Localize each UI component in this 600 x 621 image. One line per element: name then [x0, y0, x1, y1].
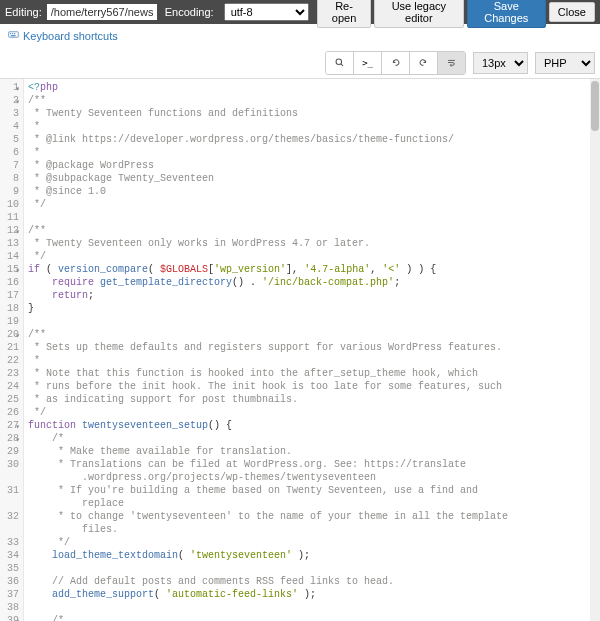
keyboard-shortcuts-label: Keyboard shortcuts [23, 30, 118, 42]
line-number: 28▾ [2, 432, 19, 445]
undo-button[interactable] [382, 52, 410, 74]
vertical-scrollbar[interactable] [590, 79, 600, 621]
code-line[interactable]: */ [28, 250, 596, 263]
line-number: 38 [2, 601, 19, 614]
svg-rect-2 [12, 33, 13, 34]
terminal-button[interactable]: >_ [354, 52, 382, 74]
search-icon [334, 57, 345, 70]
line-number: 18 [2, 302, 19, 315]
search-button[interactable] [326, 52, 354, 74]
code-line[interactable]: files. [28, 523, 596, 536]
line-number: 1▾ [2, 81, 19, 94]
code-line[interactable]: return; [28, 289, 596, 302]
code-line[interactable]: function twentyseventeen_setup() { [28, 419, 596, 432]
code-line[interactable]: load_theme_textdomain( 'twentyseventeen'… [28, 549, 596, 562]
code-line[interactable]: */ [28, 536, 596, 549]
line-number: 22 [2, 354, 19, 367]
code-line[interactable]: * to change 'twentyseventeen' to the nam… [28, 510, 596, 523]
code-line[interactable]: * runs before the init hook. The init ho… [28, 380, 596, 393]
code-line[interactable]: require get_template_directory() . '/inc… [28, 276, 596, 289]
code-line[interactable]: * [28, 146, 596, 159]
code-line[interactable]: * Translations can be filed at WordPress… [28, 458, 596, 471]
code-line[interactable]: /* [28, 432, 596, 445]
code-line[interactable]: // Add default posts and comments RSS fe… [28, 575, 596, 588]
code-line[interactable]: * Note that this function is hooked into… [28, 367, 596, 380]
fold-icon[interactable]: ▾ [15, 615, 20, 621]
scrollbar-thumb[interactable] [591, 81, 599, 131]
svg-rect-4 [11, 35, 16, 36]
line-number: 15▾ [2, 263, 19, 276]
line-number: 34 [2, 549, 19, 562]
line-number: 16 [2, 276, 19, 289]
line-number: 13 [2, 237, 19, 250]
code-area[interactable]: <?php/** * Twenty Seventeen functions an… [24, 79, 600, 621]
code-line[interactable] [28, 562, 596, 575]
line-number: 3 [2, 107, 19, 120]
line-number: 31 [2, 484, 19, 497]
editing-label: Editing: [5, 6, 42, 18]
line-number: 4 [2, 120, 19, 133]
code-line[interactable]: * If you're building a theme based on Tw… [28, 484, 596, 497]
reopen-button[interactable]: Re-open [317, 0, 371, 28]
save-button[interactable]: Save Changes [467, 0, 546, 28]
code-line[interactable]: * Twenty Seventeen only works in WordPre… [28, 237, 596, 250]
line-number: 7 [2, 159, 19, 172]
code-line[interactable]: * @link https://developer.wordpress.org/… [28, 133, 596, 146]
code-line[interactable]: add_theme_support( 'automatic-feed-links… [28, 588, 596, 601]
code-line[interactable] [28, 601, 596, 614]
encoding-select[interactable]: utf-8 [224, 3, 310, 21]
file-path-input[interactable] [47, 4, 157, 20]
code-line[interactable]: if ( version_compare( $GLOBALS['wp_versi… [28, 263, 596, 276]
code-line[interactable]: .wordpress.org/projects/wp-themes/twenty… [28, 471, 596, 484]
close-button[interactable]: Close [549, 2, 595, 22]
code-line[interactable]: * [28, 354, 596, 367]
keyboard-icon [8, 29, 19, 42]
topbar: Editing: Encoding: utf-8 Re-open Use leg… [0, 0, 600, 24]
keyboard-shortcuts-link[interactable]: Keyboard shortcuts [8, 29, 118, 42]
line-gutter: 1▾2▾3456789101112▾131415▾1617181920▾2122… [0, 79, 24, 621]
code-line[interactable] [28, 211, 596, 224]
code-line[interactable]: } [28, 302, 596, 315]
svg-point-5 [336, 59, 342, 65]
terminal-icon: >_ [362, 58, 373, 68]
code-line[interactable]: /** [28, 224, 596, 237]
code-line[interactable]: * Make theme available for translation. [28, 445, 596, 458]
code-line[interactable]: */ [28, 406, 596, 419]
code-line[interactable]: /** [28, 94, 596, 107]
code-line[interactable]: * @package WordPress [28, 159, 596, 172]
code-line[interactable]: * as indicating support for post thumbna… [28, 393, 596, 406]
code-line[interactable]: * @since 1.0 [28, 185, 596, 198]
line-number [2, 497, 19, 510]
line-number: 20▾ [2, 328, 19, 341]
code-line[interactable]: * @subpackage Twenty_Seventeen [28, 172, 596, 185]
code-line[interactable]: * Sets up theme defaults and registers s… [28, 341, 596, 354]
line-number [2, 471, 19, 484]
line-number: 9 [2, 185, 19, 198]
line-number: 17 [2, 289, 19, 302]
legacy-editor-button[interactable]: Use legacy editor [374, 0, 464, 28]
encoding-label: Encoding: [165, 6, 214, 18]
code-line[interactable]: replace [28, 497, 596, 510]
svg-rect-3 [14, 33, 15, 34]
code-line[interactable]: <?php [28, 81, 596, 94]
language-select[interactable]: PHP [535, 52, 595, 74]
code-line[interactable]: * Twenty Seventeen functions and definit… [28, 107, 596, 120]
editor-toolbar: >_ 13px PHP [0, 48, 600, 79]
line-number: 25 [2, 393, 19, 406]
code-editor[interactable]: 1▾2▾3456789101112▾131415▾1617181920▾2122… [0, 79, 600, 621]
redo-button[interactable] [410, 52, 438, 74]
line-number: 32 [2, 510, 19, 523]
code-line[interactable]: * [28, 120, 596, 133]
code-line[interactable] [28, 315, 596, 328]
line-number: 23 [2, 367, 19, 380]
line-number: 14 [2, 250, 19, 263]
line-number: 35 [2, 562, 19, 575]
line-number: 19 [2, 315, 19, 328]
code-line[interactable]: /** [28, 328, 596, 341]
wrap-button[interactable] [438, 52, 465, 74]
code-line[interactable]: */ [28, 198, 596, 211]
line-number: 8 [2, 172, 19, 185]
code-line[interactable]: /* [28, 614, 596, 621]
fontsize-select[interactable]: 13px [473, 52, 528, 74]
line-number: 26 [2, 406, 19, 419]
